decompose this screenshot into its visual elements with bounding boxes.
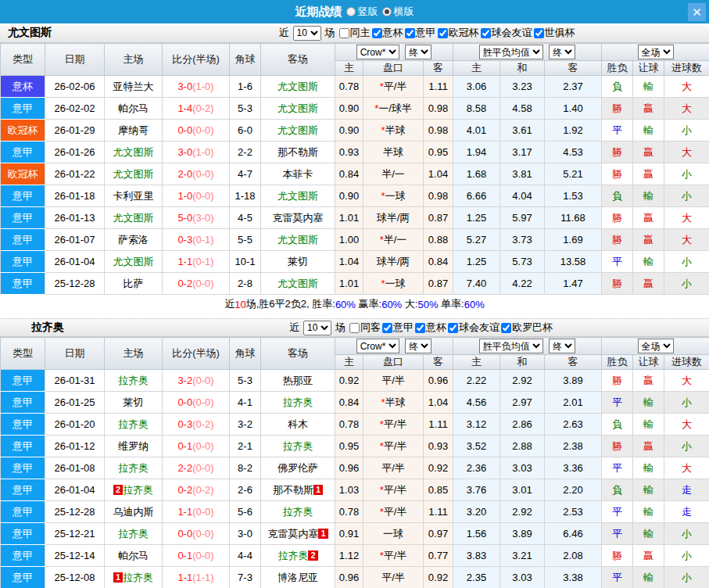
avg-home-odds: 4.56 [453,392,500,414]
league-badge: 意甲 [1,523,45,545]
filter-option[interactable]: 意甲 [382,321,414,335]
final-avg-select[interactable]: 终 [549,45,575,59]
col-date: 日期 [45,338,105,370]
layout-radio-horizontal[interactable]: 横版 [382,5,414,19]
result-goals: 小 [664,163,709,185]
away-team-name: 尤文图斯 [278,81,318,92]
avg-home-odds: 3.83 [453,545,500,567]
avg-home-odds: 1.68 [453,163,500,185]
handicap-away-odds: 0.87 [424,273,453,295]
avg-draw-odds: 2.86 [500,414,545,436]
titlebar: 近期战绩 竖版 横版 ✕ [0,0,709,23]
final-odds-select[interactable]: 终 [405,339,431,353]
filter-option[interactable]: 意杯 [372,26,403,40]
col-score: 比分(半场) [163,44,230,76]
final-avg-select[interactable]: 终 [549,339,575,353]
match-score: 1-1(0-0) [163,501,230,523]
avg-odds-select[interactable]: 胜平负均值 [479,339,543,353]
avg-odds-select[interactable]: 胜平负均值 [479,45,543,59]
filter-option[interactable]: 球会友谊 [448,321,500,335]
filter-checkbox[interactable] [382,323,392,333]
final-odds-select[interactable]: 终 [405,45,431,59]
red-card-badge: 2 [113,485,123,495]
handicap-line: 球半/两 [363,251,424,273]
away-team-name: 尤文图斯 [278,190,318,202]
col-avg-away: 客 [545,355,602,370]
filter-checkbox[interactable] [372,28,382,38]
result-goals: 大 [664,229,709,251]
away-team-name: 那不勒斯 [278,146,318,158]
home-team: 帕尔马 [105,545,163,567]
handicap-home-odds: 0.78 [335,76,363,98]
match-date: 25-12-21 [45,523,105,545]
avg-away-odds: 2.63 [545,414,602,436]
filter-checkbox[interactable] [349,323,360,333]
fulltime-select[interactable]: 全场 [638,339,674,353]
result-handicap: 輸 [633,251,664,273]
match-date: 26-01-18 [45,185,105,207]
home-team-name: 拉齐奥 [118,462,149,474]
avg-draw-odds: 2.97 [500,392,545,414]
match-count-select[interactable]: 10 [303,321,331,335]
fulltime-select[interactable]: 全场 [638,45,674,59]
filter-option[interactable]: 欧罗巴杯 [501,321,553,335]
radio-unselected-icon[interactable] [346,7,356,16]
close-icon[interactable]: ✕ [688,3,706,21]
page-title: 近期战绩 [295,5,342,20]
layout-radio-vertical[interactable]: 竖版 [346,5,378,19]
handicap-away-odds: 0.98 [424,120,453,142]
match-row: 意甲 26-01-18 卡利亚里 1-0(0-0) 1-18 尤文图斯 0.90… [1,185,709,207]
radio-selected-icon[interactable] [382,7,392,16]
filter-checkbox[interactable] [415,323,425,333]
avg-home-odds: 1.56 [453,523,500,545]
result-goals: 走 [664,479,709,501]
match-score: 3-0(1-0) [163,142,230,163]
filter-option[interactable]: 意甲 [405,26,436,40]
odds-source-select[interactable]: Crow* [356,339,399,353]
corner-score: 5-3 [230,370,261,392]
match-score: 1-4(0-2) [163,98,230,120]
filter-checkbox[interactable] [438,28,448,38]
filter-checkbox[interactable] [448,323,458,333]
result-wdl: 平 [602,457,633,479]
home-team: 尤文图斯 [105,251,163,273]
match-row: 意甲 25-12-21 拉齐奥 0-0(0-0) 3-0 克雷莫内塞1 0.91… [1,523,709,545]
home-team: 摩纳哥 [105,120,163,142]
handicap-home-odds: 0.95 [335,436,363,457]
result-wdl: 勝 [602,98,633,120]
match-count-select[interactable]: 10 [293,26,321,41]
col-result-wdl: 胜负 [602,61,633,76]
filter-checkbox[interactable] [339,28,349,38]
filter-option[interactable]: 欧冠杯 [438,26,479,40]
col-corner: 角球 [230,338,261,370]
filter-checkbox[interactable] [534,28,544,38]
col-odds-away: 客 [424,61,453,76]
filter-option[interactable]: 意杯 [415,321,446,335]
league-badge: 欧冠杯 [1,163,45,185]
avg-home-odds: 3.20 [453,501,500,523]
filter-option[interactable]: 球会友谊 [481,26,532,40]
match-row: 意甲 25-12-08 1拉齐奥 1-1(1-1) 7-3 博洛尼亚 0.96 … [1,567,709,588]
summary-line: 近10场,胜6平2负2, 胜率:60% 赢率:60% 大:50% 单率:60% [0,295,709,314]
match-date: 25-12-28 [45,501,105,523]
league-badge: 意甲 [1,436,45,457]
odds-source-select[interactable]: Crow* [356,45,399,59]
handicap-home-odds: 0.90 [335,185,363,207]
handicap-away-odds: 0.97 [424,523,453,545]
home-team-name: 帕尔马 [118,550,149,561]
filter-option[interactable]: 同客 [349,321,381,335]
red-card-badge: 1 [318,529,328,539]
match-date: 26-01-04 [45,251,105,273]
away-team: 尤文图斯 [261,76,335,98]
filter-checkbox[interactable] [481,28,491,38]
result-handicap: 贏 [633,98,664,120]
corner-score: 4-5 [230,207,261,229]
home-team-name: 拉齐奥 [123,572,153,583]
filter-checkbox[interactable] [501,323,511,333]
filter-option[interactable]: 世俱杯 [534,26,575,40]
filter-option[interactable]: 同主 [339,26,371,40]
avg-home-odds: 3.12 [453,414,500,436]
col-handicap: 盘口 [363,355,424,370]
filter-checkbox[interactable] [405,28,415,38]
radio-vertical-label: 竖版 [358,5,378,19]
